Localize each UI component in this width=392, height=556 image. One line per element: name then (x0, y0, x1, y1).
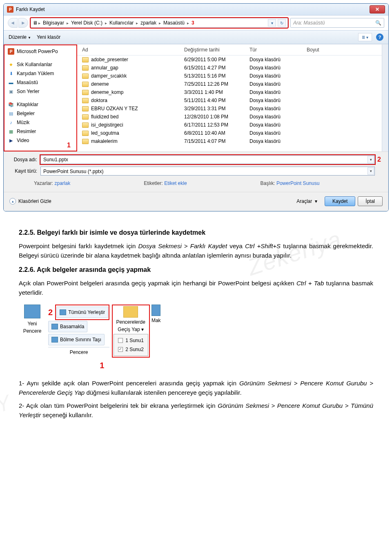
help-button[interactable]: ? (376, 33, 383, 41)
refresh-button[interactable]: ↻ (278, 19, 286, 27)
forward-button[interactable]: ► (18, 18, 28, 28)
breadcrumb-seg[interactable]: Yerel Disk (C:) (69, 20, 104, 26)
folder-icon (82, 122, 89, 128)
tags-value[interactable]: Etiket ekle (164, 180, 187, 186)
close-button[interactable]: ✕ (370, 5, 385, 13)
folder-icon (82, 90, 89, 95)
file-type: Dosya klasörü (249, 73, 307, 79)
star-icon: ★ (8, 61, 14, 68)
switch-windows-button[interactable]: Pencerelerde Geçiş Yap ▾ (114, 318, 148, 333)
filetype-dropdown[interactable]: ▾ (368, 167, 374, 175)
nav-arrows: ◄ ► (8, 18, 28, 28)
save-fields: Dosya adı: ▾ 2 Kayıt türü: PowerPoint Su… (4, 151, 388, 192)
sidebar-item-recent[interactable]: ▣Son Yerler (7, 87, 74, 96)
filename-dropdown[interactable]: ▾ (368, 156, 374, 163)
file-date: 6/29/2011 5:00 PM (184, 57, 249, 62)
col-size[interactable]: Boyut (307, 47, 339, 53)
sidebar-item-desktop[interactable]: ▬Masaüstü (7, 78, 74, 87)
file-row[interactable]: annular_gap6/15/2011 4:27 PMDosya klasör… (77, 64, 388, 72)
file-type: Dosya klasörü (249, 114, 307, 120)
authors-value[interactable]: zparlak (54, 180, 70, 186)
view-mode-button[interactable]: ≣ ▾ (358, 33, 372, 41)
folder-icon (82, 131, 89, 136)
menu-item-sunu2[interactable]: ✓2 Sunu2 (116, 345, 145, 354)
sidebar-item-documents[interactable]: ▤Belgeler (7, 109, 74, 118)
recent-icon: ▣ (8, 88, 14, 95)
macros-icon (151, 305, 160, 316)
filetype-combo[interactable]: PowerPoint Sunusu (*.pptx) (40, 167, 375, 176)
tools-menu[interactable]: Araçlar ▾ (296, 198, 317, 204)
file-row[interactable]: damper_sıcaklık5/13/2011 5:16 PMDosya kl… (77, 72, 388, 80)
file-name: deneme_komp (91, 89, 123, 95)
history-dropdown[interactable]: ▾ (268, 19, 276, 27)
file-name: deneme (91, 81, 109, 87)
sidebar-item-libraries[interactable]: 📚Kitaplıklar (7, 100, 74, 109)
dialog-toolbar: Düzenle▼ Yeni klasör ≣ ▾ ? (4, 30, 388, 44)
title-value[interactable]: PowerPoint Sunusu (276, 180, 319, 186)
col-type[interactable]: Tür (249, 47, 307, 53)
folder-icon (82, 139, 89, 144)
file-date: 3/3/2011 1:40 PM (184, 89, 249, 95)
check-icon (118, 338, 123, 343)
new-folder-button[interactable]: Yeni klasör (37, 34, 60, 40)
file-row[interactable]: led_sogutma6/8/2011 10:40 AMDosya klasör… (77, 129, 388, 137)
computer-icon: 🖥 (33, 20, 38, 26)
switch-windows-icon (123, 306, 138, 318)
address-bar[interactable]: 🖥 ▸ Bilgisayar ▸ Yerel Disk (C:) ▸ Kulla… (31, 18, 288, 28)
file-name: annular_gap (91, 65, 118, 71)
save-button[interactable]: Kaydet (325, 196, 355, 206)
file-row[interactable]: isi_degistirgeci6/17/2011 12:53 PMDosya … (77, 121, 388, 129)
folder-icon (82, 114, 89, 120)
file-row[interactable]: EBRU OZKAN Y TEZ3/29/2011 3:31 PMDosya k… (77, 105, 388, 113)
sidebar-item-music[interactable]: ♪Müzik (7, 118, 74, 127)
arrange-all-button[interactable]: Tümünü Yerleştir (56, 307, 108, 318)
breadcrumb-seg[interactable]: Kullanıcılar (108, 20, 135, 26)
search-input[interactable]: Ara: Masaüstü 🔍 (290, 18, 384, 28)
breadcrumb-seg[interactable]: Bilgisayar (41, 20, 66, 26)
file-date: 12/28/2010 1:08 PM (184, 114, 249, 120)
back-button[interactable]: ◄ (8, 18, 18, 28)
move-split-button[interactable]: Bölme Sınırını Taşı (48, 334, 105, 345)
file-row[interactable]: deneme_komp3/3/2011 1:40 PMDosya klasörü (77, 88, 388, 96)
new-window-label: Yeni Pencere (19, 320, 46, 335)
file-name: doktora (91, 98, 107, 103)
file-row[interactable]: deneme7/25/2011 12:26 PMDosya klasörü (77, 80, 388, 88)
file-date: 7/25/2011 12:26 PM (184, 81, 249, 87)
powerpoint-app-icon: P (7, 6, 13, 13)
col-modified[interactable]: Değiştirme tarihi (184, 47, 249, 53)
menu-item-sunu1[interactable]: 1 Sunu1 (116, 336, 145, 345)
sidebar-item-pictures[interactable]: ▦Resimler (7, 127, 74, 136)
organize-menu[interactable]: Düzenle▼ (9, 34, 31, 40)
group-label: Pencere (48, 347, 109, 356)
file-type: Dosya klasörü (249, 106, 307, 111)
file-row[interactable]: makalelerim7/15/2011 4:07 PMDosya klasör… (77, 137, 388, 145)
sidebar-item-favorites[interactable]: ★Sık Kullanılanlar (7, 60, 74, 69)
move-split-icon (51, 337, 58, 342)
sidebar-item-downloads[interactable]: ⬇Karşıdan Yüklem (7, 69, 74, 78)
file-row[interactable]: fluidized bed12/28/2010 1:08 PMDosya kla… (77, 113, 388, 121)
hide-folders-button[interactable]: ▴Klasörleri Gizle (9, 198, 51, 205)
folder-icon (82, 65, 89, 71)
sidebar-item-videos[interactable]: ▶Video (7, 136, 74, 145)
file-row[interactable]: doktora5/11/2011 4:40 PMDosya klasörü (77, 96, 388, 105)
folder-icon (82, 98, 89, 103)
new-window-icon (24, 305, 40, 318)
col-name[interactable]: Ad (82, 47, 184, 53)
arrange-all-icon (60, 309, 66, 315)
breadcrumb-seg[interactable]: Masaüstü (162, 20, 186, 26)
folder-icon (82, 82, 89, 87)
file-date: 6/17/2011 12:53 PM (184, 122, 249, 128)
library-icon: 📚 (8, 101, 14, 108)
authors-label: Yazarlar: (34, 180, 53, 186)
file-name: isi_degistirgeci (91, 122, 123, 128)
cascade-button[interactable]: Basamakla (48, 321, 87, 332)
file-row[interactable]: adobe_presenter6/29/2011 5:00 PMDosya kl… (77, 56, 388, 64)
vertical-scrollbar[interactable] (382, 44, 388, 151)
cancel-button[interactable]: İptal (358, 196, 383, 206)
dialog-title: Farklı Kaydet (16, 7, 370, 12)
filename-input[interactable] (40, 155, 375, 164)
file-type: Dosya klasörü (249, 98, 307, 103)
annotation-1: 1 (67, 142, 71, 149)
sidebar-item-ppt[interactable]: PMicrosoft PowerPo (7, 47, 74, 56)
breadcrumb-seg[interactable]: zparlak (139, 20, 158, 26)
